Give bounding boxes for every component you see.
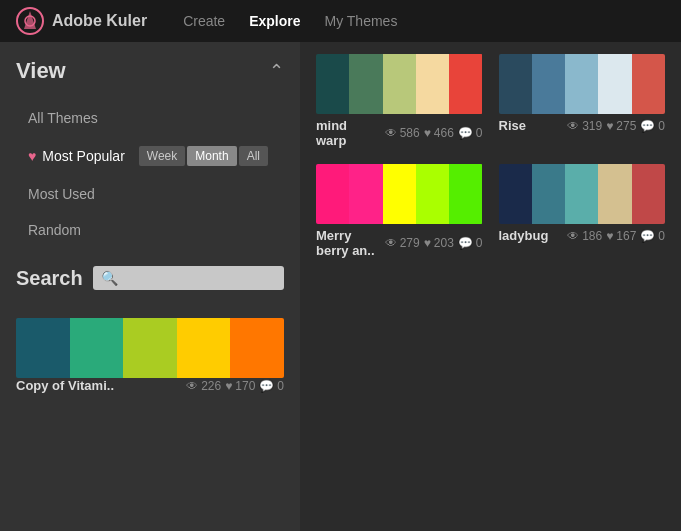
heart-icon: ♥ xyxy=(225,379,232,393)
main-layout: View ⌃ All Themes ♥ Most Popular Week Mo… xyxy=(0,42,681,531)
bottom-left-theme-card: Copy of Vitami.. 👁 226 ♥ 170 💬 0 xyxy=(16,318,284,393)
merry-berry-meta: Merry berry an.. 👁 279 ♥ 203 💬 0 xyxy=(316,228,483,258)
swatch xyxy=(383,164,416,224)
swatch xyxy=(499,54,532,114)
comment-icon: 💬 xyxy=(259,379,274,393)
swatch xyxy=(499,164,532,224)
eye-icon: 👁 xyxy=(567,119,579,133)
filter-buttons: Week Month All xyxy=(139,146,268,166)
swatch xyxy=(449,164,482,224)
logo-text: Adobe Kuler xyxy=(52,12,147,30)
swatch xyxy=(316,54,349,114)
swatch xyxy=(349,54,382,114)
eye-icon: 👁 xyxy=(186,379,198,393)
nav-create[interactable]: Create xyxy=(183,13,225,29)
ladybug-views: 👁 186 xyxy=(567,229,602,243)
heart-icon: ♥ xyxy=(424,126,431,140)
adobe-kuler-logo-icon xyxy=(16,7,44,35)
content-area: mind warp 👁 586 ♥ 466 💬 0 xyxy=(300,42,681,531)
heart-icon: ♥ xyxy=(606,119,613,133)
swatch xyxy=(598,54,631,114)
eye-icon: 👁 xyxy=(567,229,579,243)
rise-comments: 💬 0 xyxy=(640,119,665,133)
search-input-wrap: 🔍 xyxy=(93,266,284,290)
sidebar-header: View ⌃ xyxy=(16,58,284,84)
sidebar-view-title: View xyxy=(16,58,66,84)
bottom-left-likes: ♥ 170 xyxy=(225,379,255,393)
comment-icon: 💬 xyxy=(640,119,655,133)
theme-card-merry-berry: Merry berry an.. 👁 279 ♥ 203 💬 0 xyxy=(316,164,483,258)
ladybug-comments: 💬 0 xyxy=(640,229,665,243)
bottom-left-theme-meta: Copy of Vitami.. 👁 226 ♥ 170 💬 0 xyxy=(16,378,284,393)
bottom-left-color-strip xyxy=(16,318,284,378)
comment-icon: 💬 xyxy=(458,236,473,250)
comment-icon: 💬 xyxy=(458,126,473,140)
search-area: Search 🔍 xyxy=(16,266,284,290)
mind-warp-name: mind warp xyxy=(316,118,381,148)
theme-card-ladybug: ladybug 👁 186 ♥ 167 💬 0 xyxy=(499,164,666,258)
merry-berry-comments: 💬 0 xyxy=(458,236,483,250)
sidebar-item-random[interactable]: Random xyxy=(16,212,284,248)
sidebar: View ⌃ All Themes ♥ Most Popular Week Mo… xyxy=(0,42,300,531)
search-input[interactable] xyxy=(124,271,276,286)
sidebar-item-most-used[interactable]: Most Used xyxy=(16,176,284,212)
search-mag-icon: 🔍 xyxy=(101,270,118,286)
bottom-left-theme-name: Copy of Vitami.. xyxy=(16,378,182,393)
rise-meta: Rise 👁 319 ♥ 275 💬 0 xyxy=(499,118,666,133)
collapse-icon[interactable]: ⌃ xyxy=(269,60,284,82)
logo-area: Adobe Kuler xyxy=(16,7,147,35)
swatch xyxy=(316,164,349,224)
swatch xyxy=(449,54,482,114)
comment-icon: 💬 xyxy=(640,229,655,243)
mind-warp-likes: ♥ 466 xyxy=(424,126,454,140)
search-label: Search xyxy=(16,267,83,290)
sidebar-item-most-popular[interactable]: ♥ Most Popular Week Month All xyxy=(16,136,284,176)
swatch xyxy=(632,54,665,114)
ladybug-meta: ladybug 👁 186 ♥ 167 💬 0 xyxy=(499,228,666,243)
swatch xyxy=(383,54,416,114)
mind-warp-meta: mind warp 👁 586 ♥ 466 💬 0 xyxy=(316,118,483,148)
rise-views: 👁 319 xyxy=(567,119,602,133)
merry-berry-likes: ♥ 203 xyxy=(424,236,454,250)
heart-icon: ♥ xyxy=(606,229,613,243)
eye-icon: 👁 xyxy=(385,126,397,140)
rise-likes: ♥ 275 xyxy=(606,119,636,133)
mind-warp-color-strip xyxy=(316,54,483,114)
mind-warp-comments: 💬 0 xyxy=(458,126,483,140)
swatch xyxy=(416,164,449,224)
swatch xyxy=(598,164,631,224)
bottom-left-views: 👁 226 xyxy=(186,379,221,393)
ladybug-likes: ♥ 167 xyxy=(606,229,636,243)
ladybug-color-strip xyxy=(499,164,666,224)
sidebar-item-all-themes[interactable]: All Themes xyxy=(16,100,284,136)
eye-icon: 👁 xyxy=(385,236,397,250)
bottom-left-comments: 💬 0 xyxy=(259,379,284,393)
filter-week[interactable]: Week xyxy=(139,146,185,166)
rise-color-strip xyxy=(499,54,666,114)
heart-icon: ♥ xyxy=(28,148,36,164)
nav-my-themes[interactable]: My Themes xyxy=(325,13,398,29)
swatch-2 xyxy=(70,318,124,378)
merry-berry-name: Merry berry an.. xyxy=(316,228,381,258)
mind-warp-views: 👁 586 xyxy=(385,126,420,140)
rise-name: Rise xyxy=(499,118,564,133)
theme-card-mind-warp: mind warp 👁 586 ♥ 466 💬 0 xyxy=(316,54,483,148)
theme-card-rise: Rise 👁 319 ♥ 275 💬 0 xyxy=(499,54,666,148)
swatch xyxy=(416,54,449,114)
heart-icon: ♥ xyxy=(424,236,431,250)
theme-grid: mind warp 👁 586 ♥ 466 💬 0 xyxy=(316,54,665,258)
swatch-4 xyxy=(177,318,231,378)
swatch xyxy=(349,164,382,224)
ladybug-name: ladybug xyxy=(499,228,564,243)
filter-month[interactable]: Month xyxy=(187,146,236,166)
swatch xyxy=(565,164,598,224)
nav-explore[interactable]: Explore xyxy=(249,13,300,29)
swatch xyxy=(565,54,598,114)
swatch xyxy=(532,54,565,114)
swatch-3 xyxy=(123,318,177,378)
top-navigation: Adobe Kuler Create Explore My Themes xyxy=(0,0,681,42)
merry-berry-views: 👁 279 xyxy=(385,236,420,250)
swatch-5 xyxy=(230,318,284,378)
swatch-1 xyxy=(16,318,70,378)
filter-all[interactable]: All xyxy=(239,146,268,166)
